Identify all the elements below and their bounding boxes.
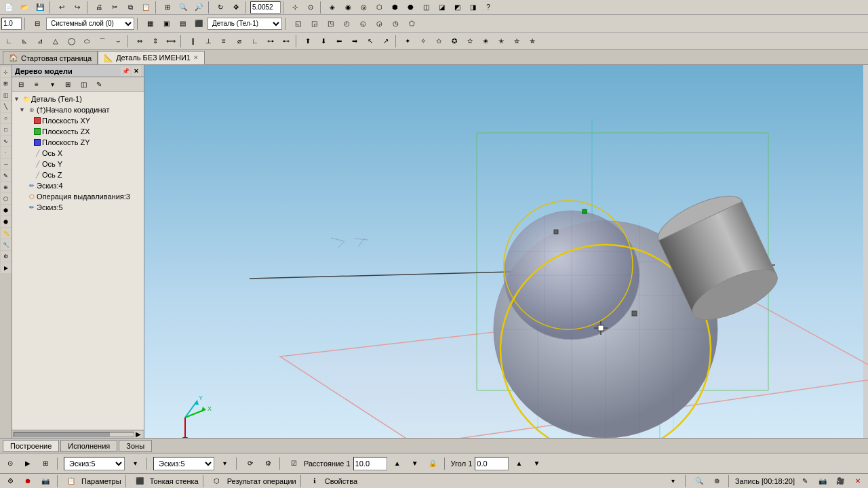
copy-button[interactable]: ⧉ xyxy=(123,1,138,14)
sketch-tool7[interactable]: ⌒ xyxy=(95,35,110,48)
view-btn5[interactable]: ◵ xyxy=(355,17,370,30)
left-icon-layer[interactable]: ◫ xyxy=(1,89,12,100)
bt-btn5[interactable]: ▾ xyxy=(217,457,232,470)
bt-btn3[interactable]: ⊞ xyxy=(38,457,53,470)
misc9-button[interactable]: ◩ xyxy=(450,1,465,14)
status-cam-btn[interactable]: 📷 xyxy=(38,474,53,488)
tree-scroll-right[interactable]: ▶ xyxy=(134,431,142,438)
constraint-tool5[interactable]: ∟ xyxy=(248,35,262,48)
misc-tool8[interactable]: ✮ xyxy=(509,35,524,48)
sketch-tool8[interactable]: ⌣ xyxy=(111,35,125,48)
left-icon-measure[interactable]: 📏 xyxy=(1,228,12,239)
left-icon-rect[interactable]: □ xyxy=(1,124,12,135)
tree-tb-btn4[interactable]: ⊞ xyxy=(60,78,75,92)
misc4-button[interactable]: ⬡ xyxy=(372,1,387,14)
constraint-tool2[interactable]: ⊥ xyxy=(201,35,216,48)
move-button[interactable]: ✥ xyxy=(229,1,243,14)
undo-button[interactable]: ↩ xyxy=(54,1,69,14)
layer-select[interactable]: Системный слой (0) xyxy=(46,18,134,30)
tree-item-plane-zx[interactable]: Плоскость ZX xyxy=(24,126,142,137)
left-icon-assembly[interactable]: ⬣ xyxy=(1,216,12,227)
dim-tool1[interactable]: ⇔ xyxy=(132,35,147,48)
misc6-button[interactable]: ⬣ xyxy=(403,1,418,14)
status-edit-btn[interactable]: ✎ xyxy=(797,474,812,488)
bt-btn2[interactable]: ▶ xyxy=(20,457,35,470)
left-icon-ops[interactable]: ⊕ xyxy=(1,182,12,192)
tree-item-op3[interactable]: ⬡ Операция выдавливания:3 xyxy=(19,191,142,202)
angle-value-input[interactable] xyxy=(475,457,509,470)
3d-tool1[interactable]: ⬆ xyxy=(300,35,315,48)
status-close-btn[interactable]: ✕ xyxy=(850,474,865,488)
misc-tool3[interactable]: ✩ xyxy=(431,35,446,48)
misc-tool2[interactable]: ✧ xyxy=(416,35,431,48)
misc8-button[interactable]: ◪ xyxy=(434,1,449,14)
view-btn1[interactable]: ◱ xyxy=(290,17,305,30)
tab-exec[interactable]: Исполнения xyxy=(60,440,117,452)
tree-item-sketch5[interactable]: ✏ Эскиз:5 xyxy=(19,202,142,213)
status-vid-btn[interactable]: 🎥 xyxy=(833,474,848,488)
left-icon-curve[interactable]: ∿ xyxy=(1,136,12,146)
tree-tb-btn6[interactable]: ✎ xyxy=(92,78,106,92)
tree-item-axis-y[interactable]: ╱ Ось Y xyxy=(24,159,142,169)
misc-tool4[interactable]: ✪ xyxy=(447,35,462,48)
view-btn4[interactable]: ◴ xyxy=(339,17,354,30)
tree-tb-btn2[interactable]: ≡ xyxy=(29,78,44,92)
left-icon-dim[interactable]: ↔ xyxy=(1,159,12,169)
misc5-button[interactable]: ⬢ xyxy=(387,1,402,14)
status-result-btn[interactable]: ⬡ xyxy=(210,474,224,488)
constraint-tool4[interactable]: ⌀ xyxy=(232,35,247,48)
select-button[interactable]: ⊹ xyxy=(288,1,302,14)
zoom-in-button[interactable]: 🔍 xyxy=(176,1,191,14)
tree-close-btn[interactable]: ✕ xyxy=(132,66,141,76)
save-button[interactable]: 💾 xyxy=(33,1,47,14)
paste-button[interactable]: 📋 xyxy=(138,1,153,14)
status-rec-btn[interactable]: ⏺ xyxy=(20,474,35,488)
view-btn7[interactable]: ◷ xyxy=(388,17,403,30)
view-btn3[interactable]: ◳ xyxy=(323,17,338,30)
redo-button[interactable]: ↪ xyxy=(70,1,85,14)
tab-close-icon[interactable]: ✕ xyxy=(193,54,199,61)
constraint-tool6[interactable]: ⊶ xyxy=(263,35,278,48)
spin-button[interactable]: ⊙ xyxy=(303,1,318,14)
tree-item-sketch4[interactable]: ✏ Эскиз:4 xyxy=(19,180,142,191)
bt-check-btn[interactable]: ☑ xyxy=(286,457,301,470)
tree-scroll-track[interactable] xyxy=(14,432,134,437)
open-button[interactable]: 📂 xyxy=(17,1,32,14)
status-cam2-btn[interactable]: 📷 xyxy=(815,474,830,488)
3d-tool4[interactable]: ➡ xyxy=(347,35,362,48)
status-toggle-btn[interactable]: ▾ xyxy=(666,474,681,488)
model-btn2[interactable]: ▣ xyxy=(159,17,174,30)
tree-scrollbar[interactable]: ▶ xyxy=(12,430,144,438)
model-btn3[interactable]: ▤ xyxy=(175,17,190,30)
left-icon-edit[interactable]: ✎ xyxy=(1,170,12,181)
layer-btn[interactable]: ⊟ xyxy=(30,17,45,30)
left-icon-select[interactable]: ⊹ xyxy=(1,66,12,77)
tree-tb-btn5[interactable]: ◫ xyxy=(76,78,91,92)
bt-sync-btn[interactable]: ⟳ xyxy=(243,457,258,470)
tab-detail[interactable]: 📐 Деталь БЕЗ ИМЕНИ1 ✕ xyxy=(98,51,205,64)
constraint-tool1[interactable]: ∥ xyxy=(185,35,200,48)
view-btn8[interactable]: ⬠ xyxy=(404,17,419,30)
new-button[interactable]: 📄 xyxy=(1,1,16,14)
sketch-tool2[interactable]: ⊾ xyxy=(17,35,32,48)
sketch-tool1[interactable]: ∟ xyxy=(1,35,16,48)
tab-zones[interactable]: Зоны xyxy=(119,440,152,452)
misc-tool5[interactable]: ✫ xyxy=(462,35,477,48)
misc-tool7[interactable]: ✭ xyxy=(494,35,509,48)
view-btn2[interactable]: ◲ xyxy=(307,17,321,30)
3d-tool5[interactable]: ↖ xyxy=(363,35,378,48)
misc-tool1[interactable]: ✦ xyxy=(400,35,415,48)
bt-btn1[interactable]: ⊙ xyxy=(3,457,18,470)
left-icon-view[interactable]: ⊞ xyxy=(1,78,12,89)
left-icon-tools[interactable]: 🔧 xyxy=(1,239,12,250)
tree-tb-btn1[interactable]: ⊟ xyxy=(14,78,28,92)
left-icon-line[interactable]: ╲ xyxy=(1,101,12,112)
tree-item-origin[interactable]: ▼ ⊕ (†)Начало координат xyxy=(19,104,142,115)
left-icon-expand[interactable]: ▶ xyxy=(1,262,12,273)
tab-home[interactable]: 🏠 Стартовая страница xyxy=(3,51,98,64)
detail-select[interactable]: Деталь (Тел-1) xyxy=(208,18,282,30)
constraint-tool7[interactable]: ⊷ xyxy=(279,35,294,48)
status-gear-btn[interactable]: ⚙ xyxy=(3,474,18,488)
left-icon-point[interactable]: · xyxy=(1,147,12,158)
dim-tool2[interactable]: ⇕ xyxy=(148,35,163,48)
